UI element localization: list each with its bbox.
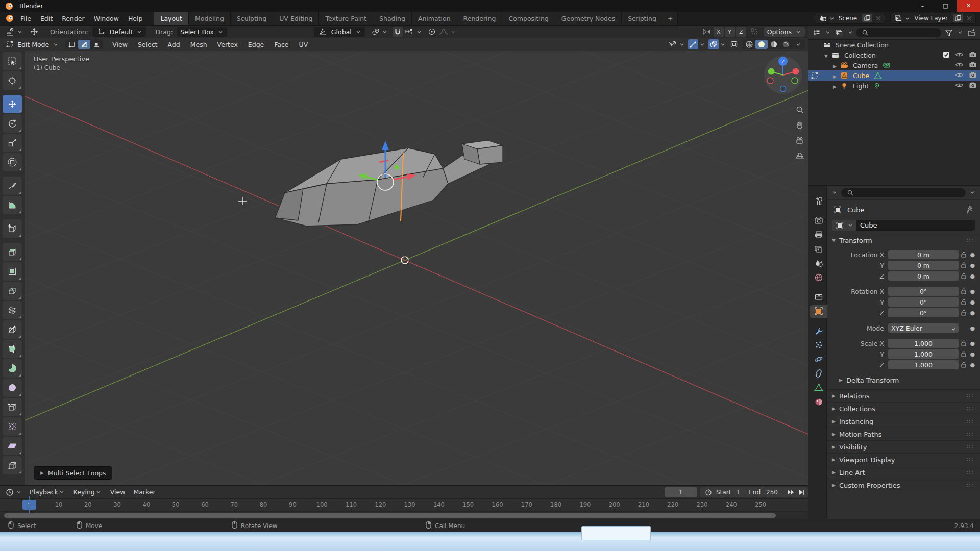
animate-dot[interactable]: ● — [969, 310, 976, 316]
tool-measure[interactable] — [3, 196, 22, 214]
workspace-tab-texture-paint[interactable]: Texture Paint — [319, 12, 373, 25]
filter-mode-icon[interactable] — [811, 28, 822, 38]
viewport-menu-add[interactable]: Add — [162, 41, 185, 48]
outliner-row-camera[interactable]: ▶Camera — [808, 60, 980, 70]
properties-tab-scene[interactable] — [810, 257, 827, 270]
viewport-menu-uv[interactable]: UV — [294, 41, 313, 48]
outliner-row-light[interactable]: ▶Light — [808, 81, 980, 91]
close-icon[interactable] — [964, 14, 974, 22]
animate-dot[interactable]: ● — [969, 351, 976, 358]
hide-eye-icon[interactable] — [955, 82, 964, 90]
pin-icon[interactable] — [965, 205, 975, 215]
panel-collections[interactable]: ▶Collections — [827, 402, 980, 415]
viewport-menu-edge[interactable]: Edge — [243, 41, 269, 48]
add-workspace-button[interactable]: + — [663, 12, 678, 25]
xray-icon[interactable] — [729, 39, 739, 49]
properties-tab-collection[interactable] — [810, 291, 827, 304]
tool-edge-slide[interactable] — [3, 398, 22, 416]
panel-viewport-display[interactable]: ▶Viewport Display — [827, 453, 980, 466]
properties-tab-modifiers[interactable] — [810, 324, 827, 338]
hide-eye-icon[interactable] — [955, 52, 964, 59]
filter-icon[interactable] — [943, 28, 954, 38]
workspace-tab-scripting[interactable]: Scripting — [622, 12, 663, 25]
tool-extrude-region[interactable] — [3, 243, 22, 261]
snap-magnet-icon[interactable] — [393, 27, 403, 37]
tool-spin[interactable] — [3, 359, 22, 378]
expand-arrow-icon[interactable]: ▶ — [833, 84, 837, 89]
properties-search[interactable] — [841, 188, 966, 197]
scrollbar-thumb[interactable] — [4, 513, 776, 518]
mirror-axis-x-button[interactable]: X — [714, 27, 724, 37]
workspace-tab-geometry-nodes[interactable]: Geometry Nodes — [555, 12, 622, 25]
transform-panel-header[interactable]: ▼ Transform — [827, 234, 980, 246]
viewport-menu-vertex[interactable]: Vertex — [212, 41, 243, 48]
editor-type-icon[interactable] — [4, 487, 15, 497]
menu-window[interactable]: Window — [89, 15, 124, 22]
timeline-menu-marker[interactable]: Marker — [129, 488, 159, 496]
animate-dot[interactable]: ● — [969, 299, 976, 306]
edge-select-icon[interactable] — [78, 40, 90, 49]
workspace-tab-compositing[interactable]: Compositing — [502, 12, 555, 25]
viewport-menu-select[interactable]: Select — [133, 41, 163, 48]
tool-smooth[interactable] — [3, 379, 22, 397]
next-keyframe-icon[interactable] — [785, 488, 796, 497]
animate-dot[interactable]: ● — [969, 252, 976, 258]
menu-file[interactable]: File — [16, 15, 36, 22]
panel-motion-paths[interactable]: ▶Motion Paths — [827, 428, 980, 440]
shading-wireframe-icon[interactable] — [743, 40, 755, 49]
viewport-menu-face[interactable]: Face — [269, 41, 293, 48]
delta-transform-panel[interactable]: ▶ Delta Transform — [827, 374, 980, 386]
face-select-icon[interactable] — [90, 40, 103, 49]
hide-eye-icon[interactable] — [955, 62, 964, 69]
panel-custom-properties[interactable]: ▶Custom Properties — [827, 479, 980, 491]
properties-tab-render[interactable] — [810, 214, 827, 228]
tool-rip-region[interactable] — [3, 456, 22, 474]
properties-tab-object[interactable] — [810, 305, 827, 318]
blender-logo-icon[interactable] — [4, 13, 16, 23]
tool-inset-faces[interactable] — [3, 262, 22, 281]
pivot-point-icon[interactable] — [370, 27, 381, 37]
workspace-tab-uv-editing[interactable]: UV Editing — [273, 12, 319, 25]
display-mode-icon[interactable] — [834, 28, 845, 38]
jump-end-icon[interactable] — [796, 488, 807, 497]
properties-tab-physics[interactable] — [810, 353, 827, 366]
workspace-tab-rendering[interactable]: Rendering — [457, 12, 503, 25]
workspace-tab-sculpting[interactable]: Sculpting — [231, 12, 273, 25]
maximize-button[interactable]: □ — [934, 0, 957, 12]
timeline-ruler[interactable]: 1020304050607080901001101201301401501601… — [0, 499, 808, 512]
view-layer-selector[interactable]: View Layer — [890, 13, 976, 24]
properties-tab-view-layer[interactable] — [810, 243, 827, 256]
rotation-mode-dropdown[interactable]: XYZ Euler — [888, 323, 959, 333]
outliner-row-cube[interactable]: ▶Cube — [808, 70, 980, 81]
shading-material-icon[interactable] — [768, 40, 780, 49]
menu-help[interactable]: Help — [124, 15, 148, 22]
value-field[interactable]: 0° — [888, 287, 959, 296]
properties-tab-particles[interactable] — [810, 339, 827, 352]
timeline-menu-playback[interactable]: Playback — [26, 487, 69, 497]
properties-tab-world[interactable] — [810, 271, 827, 285]
panel-visibility[interactable]: ▶Visibility — [827, 440, 980, 453]
copy-icon[interactable] — [953, 14, 963, 22]
tool-transform[interactable] — [3, 153, 22, 171]
animate-dot[interactable]: ● — [969, 288, 976, 295]
collapse-arrow-icon[interactable]: ▼ — [824, 54, 828, 59]
lock-icon[interactable] — [959, 272, 969, 280]
workspace-tab-modeling[interactable]: Modeling — [189, 12, 231, 25]
taskbar-widget[interactable] — [581, 526, 651, 540]
lock-icon[interactable] — [959, 361, 969, 368]
object-name-value[interactable]: Cube — [856, 220, 975, 231]
new-collection-icon[interactable] — [966, 28, 977, 38]
panel-line-art[interactable]: ▶Line Art — [827, 466, 980, 479]
value-field[interactable]: 1.000 — [888, 349, 959, 359]
snap-target-icon[interactable] — [403, 27, 415, 37]
properties-tab-tool[interactable] — [810, 195, 827, 208]
orientation-dropdown[interactable]: Default — [92, 27, 146, 37]
value-field[interactable]: 0° — [888, 308, 959, 317]
animate-dot[interactable]: ● — [969, 340, 976, 347]
lock-icon[interactable] — [959, 350, 969, 358]
menu-edit[interactable]: Edit — [36, 15, 57, 22]
end-value[interactable]: 250 — [766, 489, 778, 496]
proportional-editing-icon[interactable] — [427, 27, 437, 37]
lock-icon[interactable] — [959, 262, 969, 269]
properties-tab-output[interactable] — [810, 229, 827, 242]
